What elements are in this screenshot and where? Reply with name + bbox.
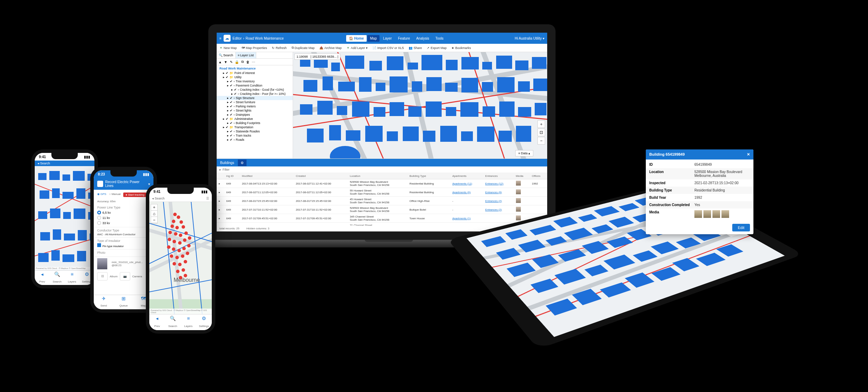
tree-item[interactable]: ▸✔▫Sign Structure bbox=[217, 96, 293, 100]
col-header[interactable]: Media bbox=[514, 173, 530, 179]
table-row[interactable]: ▸6492017-08-01T15:15:45+02:002017-08-01T… bbox=[217, 197, 547, 205]
app-logo[interactable]: ☁ bbox=[224, 35, 231, 42]
col-header[interactable]: ing ID bbox=[224, 173, 240, 179]
archive-map-button[interactable]: 📥 Archive Map bbox=[319, 46, 342, 50]
zoom-in-icon[interactable]: ＋ bbox=[537, 120, 545, 128]
col-header[interactable]: Apartments bbox=[450, 173, 483, 179]
import-button[interactable]: 📄 Import CSV or XLS bbox=[373, 46, 404, 50]
table-row[interactable]: ▸6492017-07-31T09:45:51+02:002017-07-31T… bbox=[217, 214, 547, 223]
layer-lock-icon[interactable]: 🔒 bbox=[234, 59, 240, 64]
data-table[interactable]: ing IDModifiedCreatedLocationBuilding Ty… bbox=[217, 173, 547, 226]
nav-item[interactable]: ⊞Queue bbox=[114, 295, 133, 309]
col-header[interactable]: Offices bbox=[530, 173, 547, 179]
nav-item[interactable]: ≡Layers bbox=[65, 271, 80, 285]
nav-item[interactable]: ⚙Settings bbox=[196, 315, 212, 330]
zoom-in-icon[interactable]: ＋ bbox=[151, 204, 157, 211]
layer-copy-icon[interactable]: ⧉ bbox=[240, 59, 245, 64]
tree-item[interactable]: ▸✔▫Parking meters bbox=[217, 104, 293, 108]
tree-item[interactable]: ▸✔📁Utility bbox=[217, 75, 293, 79]
layer-delete-icon[interactable]: 🗑 bbox=[245, 59, 251, 64]
bookmarks-button[interactable]: ★ Bookmarks bbox=[451, 46, 471, 50]
phone3-map[interactable]: Melbourne ＋ ⌂ − Powered by GIS Cloud · ©… bbox=[149, 202, 212, 314]
tree-item[interactable]: ▸✔▫Street furniture bbox=[217, 100, 293, 104]
share-button[interactable]: 👥 Share bbox=[409, 46, 422, 50]
album-button[interactable]: 🖼 bbox=[97, 272, 108, 280]
conductor-value[interactable]: AAC - All Aluminium Conductor bbox=[97, 233, 150, 236]
col-header[interactable] bbox=[217, 173, 224, 179]
layer-tree[interactable]: Road Work Maintenance ▸✔📁Point of intere… bbox=[217, 65, 293, 158]
layer-up-icon[interactable]: ▲ bbox=[217, 59, 223, 64]
table-row[interactable]: ▸6492017-08-02T11:12:05+02:002017-08-02T… bbox=[217, 188, 547, 197]
tree-root[interactable]: Road Work Maintenance bbox=[217, 66, 293, 71]
tree-item[interactable]: ▸✔▫Cracking index - Good (for <10%) bbox=[217, 88, 293, 92]
export-button[interactable]: ↗ Export Map bbox=[427, 46, 446, 50]
breadcrumb[interactable]: Road Work Maintenance bbox=[245, 36, 284, 40]
nav-map[interactable]: Map bbox=[367, 35, 379, 42]
layer-down-icon[interactable]: ▼ bbox=[223, 59, 228, 64]
hamburger-icon[interactable]: ≡ bbox=[219, 36, 222, 40]
chevron-down-icon[interactable]: ▾ bbox=[148, 182, 150, 186]
nav-layer[interactable]: Layer bbox=[380, 35, 394, 42]
tree-item[interactable]: ▸✔📁Point of interest bbox=[217, 71, 293, 75]
popup-close-icon[interactable]: ✕ bbox=[747, 152, 750, 157]
table-filter-row[interactable]: ▸ Filter bbox=[217, 166, 547, 173]
nav-feature[interactable]: Feature bbox=[395, 35, 412, 42]
camera-button[interactable]: 📷 bbox=[120, 272, 130, 280]
zoom-reset-icon[interactable]: ⌂ bbox=[151, 211, 157, 217]
nav-item[interactable]: ✈Send bbox=[94, 295, 114, 309]
tree-item[interactable]: ▸✔▫Cracking index - Poor (for >= 10%) bbox=[217, 92, 293, 96]
radio-11kv[interactable]: 11 kv bbox=[97, 215, 150, 220]
refresh-button[interactable]: ↻ Refresh bbox=[272, 46, 287, 50]
map-canvas[interactable]: 1:19098 | 18133365 6639... | ＋ ⊡ − ≡ Dat… bbox=[293, 52, 547, 158]
phone3-search[interactable]: ◂ Search☰ bbox=[149, 195, 212, 202]
tree-item[interactable]: ▸✔▫Drainpipes bbox=[217, 113, 293, 117]
nav-home[interactable]: 🏠 Home bbox=[346, 35, 367, 42]
tree-item[interactable]: ▸✔▫Statewide Roades bbox=[217, 129, 293, 133]
nav-item[interactable]: 🔍Search bbox=[50, 271, 65, 285]
table-row[interactable]: ▸6492017-07-31T09:45:51+02:002017-07-31T… bbox=[217, 223, 547, 226]
gps-toggle[interactable]: GPS bbox=[100, 193, 106, 196]
col-header[interactable]: Location bbox=[348, 173, 407, 179]
duplicate-map-button[interactable]: ⧉ Duplicate Map bbox=[292, 46, 315, 50]
nav-analysis[interactable]: Analysis bbox=[414, 35, 432, 42]
zoom-out-icon[interactable]: − bbox=[151, 217, 157, 223]
tree-item[interactable]: ▸✔📁Transportation bbox=[217, 125, 293, 129]
table-settings-icon[interactable]: ⚙ bbox=[238, 160, 247, 166]
nav-item[interactable]: ≡Layers bbox=[181, 315, 196, 330]
data-toggle-button[interactable]: ≡ Data ▴ bbox=[515, 150, 533, 156]
col-header[interactable]: Modified bbox=[240, 173, 294, 179]
phone1-search[interactable]: ◂ Search bbox=[35, 161, 94, 166]
new-map-button[interactable]: ＋New Map bbox=[219, 46, 237, 50]
checkbox-pin-insulator[interactable]: Pin type insulator bbox=[97, 243, 150, 248]
photo-thumbnail[interactable] bbox=[97, 258, 107, 269]
add-layer-button[interactable]: ＋Add Layer ▾ bbox=[347, 46, 368, 50]
col-header[interactable]: Created bbox=[294, 173, 348, 179]
user-greeting[interactable]: Hi Australia Utility ▾ bbox=[515, 36, 544, 40]
nav-item[interactable]: ◂Prev bbox=[35, 271, 50, 285]
table-row[interactable]: ▸6492017-07-31T10:11:52+02:002017-07-31T… bbox=[217, 205, 547, 214]
tree-item[interactable]: ▸✔▫Pavement Condition bbox=[217, 83, 293, 88]
layer-list-button[interactable]: ≡ Layer List bbox=[236, 52, 256, 58]
table-tab-buildings[interactable]: Buildings bbox=[217, 160, 238, 166]
map-properties-button[interactable]: 🗺 Map Properties bbox=[242, 46, 267, 50]
tree-item[interactable]: ▸✔▫Tram tracks bbox=[217, 133, 293, 138]
zoom-fit-icon[interactable]: ⊡ bbox=[537, 129, 545, 136]
manual-toggle[interactable]: Manual bbox=[111, 193, 120, 196]
nav-item[interactable]: 🔍Search bbox=[165, 315, 181, 330]
tree-item[interactable]: ▸✔📁Administrative bbox=[217, 117, 293, 121]
tree-item[interactable]: ▸✔▫Tree Inventory bbox=[217, 79, 293, 83]
col-header[interactable]: Entrances bbox=[483, 173, 514, 179]
col-header[interactable]: Building Type bbox=[407, 173, 450, 179]
edit-button[interactable]: Edit bbox=[732, 224, 750, 231]
radio-65kv[interactable]: 6,5 kv bbox=[97, 210, 150, 215]
nav-item[interactable]: ◂Prev bbox=[149, 315, 165, 330]
layer-more-icon[interactable]: ⋯ bbox=[251, 59, 256, 64]
phone1-map[interactable] bbox=[35, 166, 94, 275]
nav-tools[interactable]: Tools bbox=[433, 35, 446, 42]
tree-item[interactable]: ▸✔▫Roads bbox=[217, 138, 293, 142]
radio-33kv[interactable]: 33 kv bbox=[97, 220, 150, 226]
search-button[interactable]: 🔍 Search bbox=[217, 52, 236, 58]
zoom-out-icon[interactable]: − bbox=[537, 137, 545, 145]
tree-item[interactable]: ▸✔▫Street lights bbox=[217, 108, 293, 113]
start-tracking-button[interactable]: ● Start tracking bbox=[123, 193, 146, 197]
